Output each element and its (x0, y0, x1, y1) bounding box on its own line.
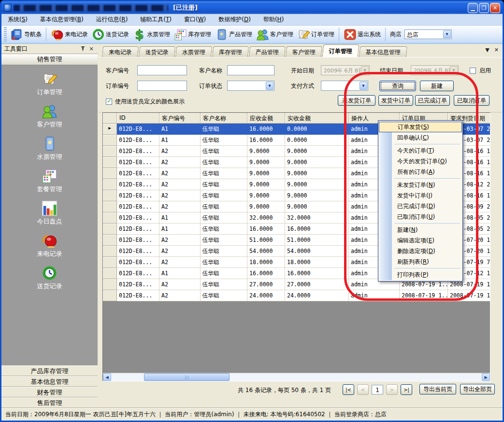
menu-item-0[interactable]: 系统(S) (1, 15, 34, 24)
pay-method-select[interactable]: ▼ (321, 81, 368, 91)
scroll-left-icon[interactable]: ◀ (103, 373, 111, 381)
row-selector[interactable] (103, 190, 117, 201)
context-menu-item-15[interactable]: 刷新列表(R) (379, 256, 462, 267)
toolbar-inventory-calendar-button[interactable]: 库存管理 (172, 28, 213, 41)
status-filter-button-0[interactable]: 未发货订单 (338, 95, 375, 106)
chevron-down-icon[interactable]: ▼ (266, 82, 274, 90)
tab-4[interactable]: 产品管理 (249, 46, 286, 57)
tab-5[interactable]: 客户管理 (286, 46, 322, 57)
sidebar-group-1[interactable]: 基本信息管理 (1, 376, 98, 387)
chevron-down-icon[interactable]: ▼ (360, 82, 367, 90)
scrollbar-thumb[interactable] (144, 373, 230, 381)
context-menu-item-17[interactable]: 打印列表(P) (379, 269, 462, 280)
column-header-4[interactable]: 实收金额 (285, 113, 349, 124)
last-page-button[interactable]: >| (401, 384, 412, 395)
row-selector[interactable] (103, 268, 117, 279)
chevron-down-icon[interactable]: ▼ (443, 30, 451, 38)
toolbar-navigator-button[interactable]: 导航条 (8, 28, 43, 41)
row-selector[interactable] (103, 279, 117, 290)
tab-0[interactable]: 来电记录 (102, 46, 139, 57)
new-button[interactable]: 新建 (420, 81, 454, 91)
toolbar-call-bell-button[interactable]: 来电记录 (49, 28, 90, 41)
row-selector[interactable]: ▶ (103, 124, 117, 135)
context-menu-item-7[interactable]: 未发货订单(N) (379, 180, 462, 190)
context-menu-item-14[interactable]: 删除选定项(D) (379, 246, 462, 256)
context-menu-item-8[interactable]: 发货中订单(I) (379, 190, 462, 201)
context-menu-item-5[interactable]: 所有的订单(A) (379, 167, 462, 177)
order-status-select[interactable]: ▼ (227, 81, 274, 91)
row-selector[interactable] (103, 257, 117, 268)
sidebar-item-delivery-clock[interactable]: 送货记录 (37, 265, 62, 291)
menu-item-1[interactable]: 基本信息管理(B) (34, 15, 90, 24)
row-selector[interactable] (103, 290, 117, 301)
sidebar-item-call-bell[interactable]: 来电记录 (37, 233, 62, 258)
column-header-1[interactable]: 客户编号 (159, 113, 201, 124)
shop-select[interactable]: 总店 ▼ (404, 29, 452, 39)
context-menu-item-13[interactable]: 编辑选定项(E) (379, 235, 462, 246)
toolbar-order-scroll-button[interactable]: 订单管理 (295, 28, 336, 41)
toolbar-exit-button[interactable]: 退出系统 (342, 28, 383, 41)
row-selector[interactable] (103, 201, 117, 212)
next-page-button[interactable]: > (386, 384, 398, 395)
menu-item-3[interactable]: 辅助工具(T) (134, 15, 178, 24)
tab-1[interactable]: 送货记录 (139, 46, 175, 57)
toolbar-product-book-button[interactable]: 产品管理 (213, 28, 254, 41)
toolbar-grip[interactable] (4, 27, 7, 42)
enable-date-checkbox[interactable] (470, 68, 476, 74)
status-filter-button-3[interactable]: 已取消订单 (454, 95, 490, 106)
close-icon[interactable]: ✕ (88, 45, 95, 52)
row-selector[interactable] (103, 246, 117, 257)
customer-code-input[interactable] (137, 65, 187, 75)
toolbar-dollar-button[interactable]: $水票管理 (131, 28, 172, 41)
context-menu-item-10[interactable]: 已取消订单(U) (379, 211, 462, 222)
close-button[interactable]: ✕ (490, 3, 500, 13)
menu-item-6[interactable]: 帮助(H) (257, 15, 290, 24)
prev-page-button[interactable]: < (357, 384, 369, 395)
export-all-pages-button[interactable]: 导出全部页 (460, 384, 495, 394)
status-filter-button-1[interactable]: 发货中订单 (378, 95, 413, 106)
pin-icon[interactable] (79, 45, 86, 52)
menu-item-5[interactable]: 数据维护(D) (212, 15, 257, 24)
context-menu-item-12[interactable]: 新建(N) (379, 225, 462, 235)
customer-name-input[interactable] (227, 65, 274, 75)
context-menu-item-1[interactable]: 回单确认(C) (379, 132, 462, 143)
context-menu-item-3[interactable]: 今天的订单(T) (379, 145, 462, 156)
sidebar-group-0[interactable]: 产品库存管理 (1, 366, 98, 376)
sidebar-item-barchart[interactable]: 今日盘点 (37, 200, 62, 226)
tab-list-dropdown-icon[interactable]: ▼ (485, 47, 489, 53)
row-selector[interactable] (103, 224, 117, 235)
context-menu-item-0[interactable]: 订单发货(S) (379, 122, 462, 132)
context-menu-item-4[interactable]: 今天的发货订单(O) (379, 156, 462, 167)
tab-6[interactable]: 订单管理 (322, 44, 360, 57)
column-header-3[interactable]: 应收金额 (247, 113, 285, 124)
column-header-2[interactable]: 客户名称 (201, 113, 247, 124)
sidebar-group-3[interactable]: 售后管理 (1, 397, 98, 408)
context-menu-item-9[interactable]: 已完成订单(D) (379, 201, 462, 211)
row-selector[interactable] (103, 146, 117, 157)
order-code-input[interactable] (137, 81, 187, 91)
tab-7[interactable]: 基本信息管理 (359, 46, 407, 57)
minimize-button[interactable]: ▁ (468, 3, 478, 13)
column-header-0[interactable]: ID (117, 113, 159, 124)
first-page-button[interactable]: |< (343, 384, 354, 395)
end-date-picker[interactable]: 2009年 6月 8日 ▼ (411, 65, 459, 75)
sidebar-item-order-scroll[interactable]: 订单管理 (37, 71, 62, 97)
sidebar-item-customers[interactable]: 客户管理 (37, 103, 62, 129)
export-current-page-button[interactable]: 导出当前页 (419, 384, 456, 394)
scrollbar-track[interactable] (111, 373, 482, 381)
courier-color-checkbox[interactable] (106, 98, 112, 105)
sidebar-group-2[interactable]: 财务管理 (1, 387, 98, 397)
tab-2[interactable]: 水票管理 (175, 46, 212, 57)
tab-3[interactable]: 库存管理 (212, 46, 249, 57)
scroll-right-icon[interactable]: ▶ (482, 373, 490, 381)
sidebar-item-ticket-card[interactable]: 水票管理 (37, 136, 62, 161)
start-date-picker[interactable]: 2009年 6月 8日 ▼ (321, 65, 370, 75)
row-selector[interactable] (103, 212, 117, 224)
toolbar-delivery-clock-button[interactable]: 送货记录 (90, 28, 131, 41)
row-selector[interactable] (103, 235, 117, 246)
page-number-field[interactable]: 1 (372, 385, 383, 394)
query-button[interactable]: 查询 (379, 81, 416, 91)
row-selector[interactable] (103, 168, 117, 179)
menu-item-2[interactable]: 运行信息(R) (90, 15, 134, 24)
row-selector[interactable] (103, 179, 117, 190)
